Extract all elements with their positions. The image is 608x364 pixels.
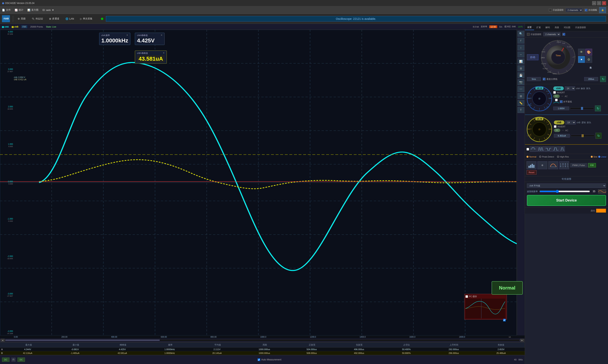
wave-pattern-checkbox[interactable] (527, 146, 529, 152)
cha-refresh-button[interactable]: ↻ (595, 105, 601, 111)
blue-square-btn[interactable]: ■ (578, 56, 585, 63)
menu-stats[interactable]: 📈 统计 (15, 8, 23, 12)
cha-knob-wrap[interactable]: 0.1V 0.2V 0.5V 50mV 0.2ms 2V ch: A (527, 86, 552, 112)
chb-refresh-button[interactable]: ↻ (595, 133, 601, 139)
minimize-button[interactable]: — (592, 1, 596, 5)
pwm-pulse-button[interactable]: PWM | Pulse (570, 163, 587, 168)
chb-dc-button[interactable]: DC (554, 129, 560, 132)
cha-multiplier-select[interactable]: 1X 10X (565, 86, 575, 90)
pc-buffer-check[interactable] (465, 319, 506, 322)
auto-freq-check[interactable]: ✓ (585, 9, 587, 12)
scope-cascade-checkbox[interactable]: 示波器级联 (549, 9, 564, 12)
fir-button[interactable]: FIR (588, 163, 596, 168)
time-input-2[interactable] (584, 77, 598, 81)
cursor-v-button[interactable]: ↔ (518, 52, 524, 57)
dc-button-2[interactable]: DC (17, 357, 25, 362)
zoom-full-button[interactable]: F (518, 38, 524, 44)
acq-normal-radio[interactable]: Normal (527, 156, 536, 158)
menu-id[interactable]: ID: auto ▼ (42, 9, 54, 12)
toolbar-single-acq[interactable]: ▷ 单次采集 (79, 16, 94, 21)
save-button[interactable]: 💾 (518, 72, 524, 78)
tab-extend[interactable]: 扩展 (534, 25, 543, 30)
chb-invert-checkbox[interactable] (554, 125, 556, 128)
menu-histogram[interactable]: 📊 直方图 (27, 8, 39, 12)
scroll-thumb[interactable] (5, 340, 160, 341)
cursor-h-button[interactable]: ↕ (518, 45, 524, 51)
cascade-check-2[interactable] (527, 33, 530, 36)
cha-baseline-checkbox[interactable] (555, 99, 558, 101)
wave-refresh-slider[interactable] (539, 190, 590, 193)
toolbar-rs232[interactable]: 🔌 RS232 (30, 17, 45, 21)
channels-select-2[interactable]: 2 channels (543, 32, 560, 36)
chb-slider-thumb[interactable] (582, 134, 584, 137)
pc-buffer-preview[interactable]: PC 缓存 (464, 294, 507, 320)
cha-slider-track[interactable] (570, 108, 594, 109)
cha-freq-close[interactable]: ✕ (126, 34, 128, 37)
time-refresh-button[interactable]: ↻ (600, 76, 606, 82)
scroll-right-button[interactable]: ► (520, 339, 524, 342)
grid-button[interactable]: ⊞ (518, 65, 524, 71)
cha-invert-checkbox[interactable] (553, 91, 556, 94)
grid-lines-checkbox[interactable]: ✓ 垂直分辨线 (543, 78, 557, 81)
zoom-in-button[interactable]: 🔍 (518, 31, 524, 37)
cascade-check[interactable] (549, 9, 552, 12)
text-button[interactable]: T (518, 107, 524, 113)
chb-knob-wrap[interactable]: 0.1V 0.2V 0.5V 50mV 0.2ms 2V ch: B (527, 117, 552, 143)
chb-current-input[interactable] (554, 134, 570, 138)
palette-icon-btn[interactable]: 🎨 (585, 49, 592, 55)
color-swatch[interactable] (596, 209, 606, 213)
tab-advanced[interactable]: 高级 (552, 25, 561, 30)
chb-toggle-button[interactable]: chB (554, 120, 564, 124)
histogram-button[interactable]: 📊 (518, 58, 524, 65)
tab-cascade[interactable]: 示波器级联 (573, 25, 588, 30)
chb-slider-track[interactable] (571, 135, 594, 137)
spectrum-icon-btn[interactable] (548, 161, 558, 169)
eye-icon-btn[interactable]: 👁 (578, 49, 585, 55)
pc-buffer-checkbox[interactable] (465, 295, 468, 298)
acq-hires-radio[interactable]: High-Res (557, 156, 569, 158)
scope-cascade-option[interactable]: 示波器级联 (527, 33, 541, 36)
bar-chart-icon-btn[interactable] (527, 161, 536, 169)
start-device-button[interactable]: Start Device (527, 195, 606, 206)
waveform-button[interactable]: 〰 (518, 86, 524, 92)
time-knob-container[interactable]: 2.5us 1us 0.2us 10us 25us 0.1ms 0.2ms 1m… (540, 39, 576, 75)
tab-settings[interactable]: 设置 (525, 25, 534, 30)
reset-button[interactable]: Reset (527, 170, 537, 175)
toolbar-advanced[interactable]: ⚙ 高级 (16, 16, 27, 21)
chb-peak-close[interactable]: ✕ (163, 52, 165, 55)
tab-decode[interactable]: 解码 (543, 25, 552, 30)
dc-button-1[interactable]: DC (2, 357, 10, 362)
cha-slider-thumb[interactable] (581, 107, 583, 110)
auto-check[interactable]: ✓ (562, 33, 565, 36)
time-input-1[interactable] (527, 77, 541, 81)
waveform-canvas[interactable]: 4.00037.209 3.00027.907 2.00018.605 1.00… (0, 30, 517, 336)
acq-select[interactable]: chA 平均值 (527, 183, 606, 188)
channels-select[interactable]: 2 channels 4 channels (566, 8, 583, 12)
chb-multiplier-select[interactable]: 1X 10X (565, 120, 576, 124)
baseline-main-check[interactable]: ✓ (560, 100, 563, 103)
cha-toggle-button[interactable]: chA (553, 86, 564, 90)
sine-radio[interactable]: Sine (591, 156, 597, 158)
grid-lines-check[interactable]: ✓ (543, 78, 546, 80)
maximize-button[interactable]: □ (597, 1, 601, 5)
gear-icon-btn-2[interactable]: ⚙ (537, 161, 547, 169)
binary-icon-btn[interactable]: 1 0 0 10 1 0 1 (559, 161, 569, 169)
auto-button[interactable]: 自动 (527, 54, 538, 60)
cha-volt-input[interactable] (553, 107, 569, 110)
auto-freq-checkbox[interactable]: ✓ 自动频幅 (585, 9, 597, 12)
toolbar-lan[interactable]: 🌐 LAN (64, 17, 76, 21)
acq-peak-radio[interactable]: Peak-Detect (539, 156, 554, 158)
close-button[interactable]: ✕ (602, 1, 606, 5)
h-scrollbar[interactable]: ◄ ► (0, 338, 525, 342)
toolbar-multichannel[interactable]: ⊞ 多通道 (48, 16, 61, 21)
scroll-track[interactable] (5, 339, 520, 341)
auto-meas-checkbox[interactable] (257, 358, 260, 361)
ruler-button[interactable]: 📏 (518, 100, 524, 106)
settings-icon-btn[interactable]: ⚙ (585, 56, 592, 63)
linear-radio[interactable]: Linear (598, 156, 607, 158)
tab-compare[interactable]: 对比图 (561, 25, 573, 30)
camera-button[interactable]: 📷 (518, 79, 524, 85)
cha-dc-button[interactable]: DC (553, 94, 560, 98)
cha-peak-close[interactable]: ✕ (161, 34, 162, 37)
menu-file[interactable]: 📄 文件 (2, 8, 11, 12)
